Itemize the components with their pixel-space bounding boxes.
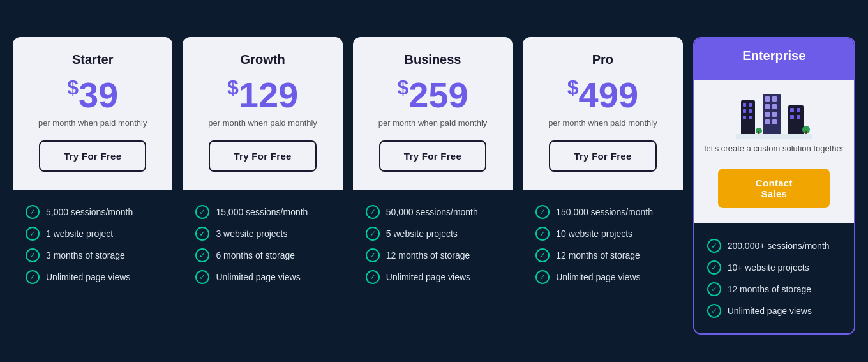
pricing-card-growth: Growth $129 per month when paid monthly … xyxy=(183,37,342,299)
feature-item: ✓ 6 months of storage xyxy=(195,248,329,262)
price-dollar-pro: $ xyxy=(567,76,579,99)
feature-text: 150,000 sessions/month xyxy=(556,207,653,217)
feature-text: 3 months of storage xyxy=(46,250,125,260)
svg-rect-5 xyxy=(743,116,746,119)
svg-rect-18 xyxy=(797,108,800,112)
enterprise-btn-area: Contact Sales xyxy=(694,163,854,223)
card-bottom-starter: ✓ 5,000 sessions/month ✓ 1 website proje… xyxy=(13,190,172,299)
feature-text: Unlimited page views xyxy=(728,306,812,316)
feature-text: 6 months of storage xyxy=(216,250,295,260)
svg-rect-19 xyxy=(790,115,794,119)
feature-item: ✓ 12 months of storage xyxy=(535,248,670,262)
check-icon: ✓ xyxy=(535,205,550,219)
feature-text: 12 months of storage xyxy=(556,250,640,260)
check-icon: ✓ xyxy=(195,205,209,219)
plan-name-pro: Pro xyxy=(535,52,670,67)
card-top-pro: Pro $499 per month when paid monthly Try… xyxy=(523,37,682,190)
svg-rect-15 xyxy=(772,119,777,124)
feature-text: 200,000+ sessions/month xyxy=(728,241,830,251)
svg-rect-14 xyxy=(765,119,770,124)
feature-text: 3 website projects xyxy=(216,229,287,239)
feature-text: 10+ website projects xyxy=(728,262,809,273)
card-top-enterprise: Enterprise xyxy=(694,38,854,80)
feature-item: ✓ 150,000 sessions/month xyxy=(535,205,670,219)
card-bottom-growth: ✓ 15,000 sessions/month ✓ 3 website proj… xyxy=(183,190,342,299)
card-top-starter: Starter $39 per month when paid monthly … xyxy=(13,37,172,190)
feature-item: ✓ Unlimited page views xyxy=(535,270,670,284)
plan-price-growth: $129 xyxy=(195,77,329,113)
svg-rect-11 xyxy=(772,104,777,109)
price-note-pro: per month when paid monthly xyxy=(535,118,670,128)
plan-price-business: $259 xyxy=(366,77,500,113)
svg-rect-17 xyxy=(790,108,794,112)
svg-rect-10 xyxy=(765,104,770,109)
cta-button-business[interactable]: Try For Free xyxy=(379,140,486,172)
check-icon: ✓ xyxy=(707,260,721,275)
cta-button-starter[interactable]: Try For Free xyxy=(39,140,146,172)
feature-item: ✓ 200,000+ sessions/month xyxy=(707,239,841,253)
feature-text: 50,000 sessions/month xyxy=(386,207,478,217)
feature-list-pro: ✓ 150,000 sessions/month ✓ 10 website pr… xyxy=(535,205,670,284)
billing-toggle xyxy=(13,13,855,22)
plan-name-enterprise: Enterprise xyxy=(705,49,844,63)
check-icon: ✓ xyxy=(707,304,721,318)
svg-rect-3 xyxy=(743,109,746,113)
feature-text: 12 months of storage xyxy=(386,250,470,260)
check-icon: ✓ xyxy=(366,205,380,219)
feature-list-enterprise: ✓ 200,000+ sessions/month ✓ 10+ website … xyxy=(707,239,841,318)
check-icon: ✓ xyxy=(535,248,550,262)
feature-text: 5,000 sessions/month xyxy=(46,207,133,217)
card-bottom-pro: ✓ 150,000 sessions/month ✓ 10 website pr… xyxy=(523,190,682,299)
check-icon: ✓ xyxy=(26,270,40,284)
feature-text: Unlimited page views xyxy=(386,272,470,282)
price-note-starter: per month when paid monthly xyxy=(26,118,160,128)
plan-price-pro: $499 xyxy=(535,77,670,113)
cta-button-growth[interactable]: Try For Free xyxy=(209,140,316,172)
feature-item: ✓ 10 website projects xyxy=(535,227,670,241)
feature-item: ✓ 5 website projects xyxy=(366,227,500,241)
svg-rect-2 xyxy=(749,103,752,107)
pricing-card-enterprise: Enterprise xyxy=(693,37,855,335)
city-illustration xyxy=(736,87,812,139)
svg-rect-4 xyxy=(749,109,752,113)
feature-text: Unlimited page views xyxy=(46,272,130,282)
feature-text: Unlimited page views xyxy=(216,272,300,282)
cta-button-enterprise[interactable]: Contact Sales xyxy=(718,169,830,208)
feature-text: 15,000 sessions/month xyxy=(216,207,308,217)
card-top-growth: Growth $129 per month when paid monthly … xyxy=(183,37,342,190)
feature-list-growth: ✓ 15,000 sessions/month ✓ 3 website proj… xyxy=(195,205,329,284)
check-icon: ✓ xyxy=(195,248,209,262)
pricing-card-business: Business $259 per month when paid monthl… xyxy=(353,37,513,299)
feature-item: ✓ 5,000 sessions/month xyxy=(26,205,160,219)
card-bottom-enterprise: ✓ 200,000+ sessions/month ✓ 10+ website … xyxy=(694,223,854,333)
price-note-growth: per month when paid monthly xyxy=(195,118,329,128)
feature-list-starter: ✓ 5,000 sessions/month ✓ 1 website proje… xyxy=(26,205,160,284)
card-top-business: Business $259 per month when paid monthl… xyxy=(353,37,513,190)
svg-rect-9 xyxy=(772,96,777,102)
svg-rect-25 xyxy=(736,134,812,139)
svg-rect-1 xyxy=(743,103,746,107)
price-dollar-business: $ xyxy=(397,76,408,99)
feature-item: ✓ Unlimited page views xyxy=(26,270,160,284)
check-icon: ✓ xyxy=(707,282,721,296)
card-bottom-business: ✓ 50,000 sessions/month ✓ 5 website proj… xyxy=(353,190,513,299)
check-icon: ✓ xyxy=(366,227,380,241)
svg-rect-12 xyxy=(765,112,770,117)
cta-button-pro[interactable]: Try For Free xyxy=(549,140,656,172)
plan-price-starter: $39 xyxy=(26,77,160,113)
feature-item: ✓ 1 website project xyxy=(26,227,160,241)
cards-container: Starter $39 per month when paid monthly … xyxy=(13,37,855,335)
plan-name-starter: Starter xyxy=(26,52,160,67)
feature-item: ✓ Unlimited page views xyxy=(707,304,841,318)
pricing-card-pro: Pro $499 per month when paid monthly Try… xyxy=(523,37,682,299)
feature-text: 1 website project xyxy=(46,229,113,239)
feature-item: ✓ 12 months of storage xyxy=(366,248,500,262)
check-icon: ✓ xyxy=(26,227,40,241)
plan-name-growth: Growth xyxy=(195,52,329,67)
feature-item: ✓ Unlimited page views xyxy=(366,270,500,284)
check-icon: ✓ xyxy=(195,227,209,241)
feature-text: 10 website projects xyxy=(556,229,632,239)
check-icon: ✓ xyxy=(707,239,721,253)
price-note-business: per month when paid monthly xyxy=(366,118,500,128)
svg-rect-8 xyxy=(765,96,770,102)
